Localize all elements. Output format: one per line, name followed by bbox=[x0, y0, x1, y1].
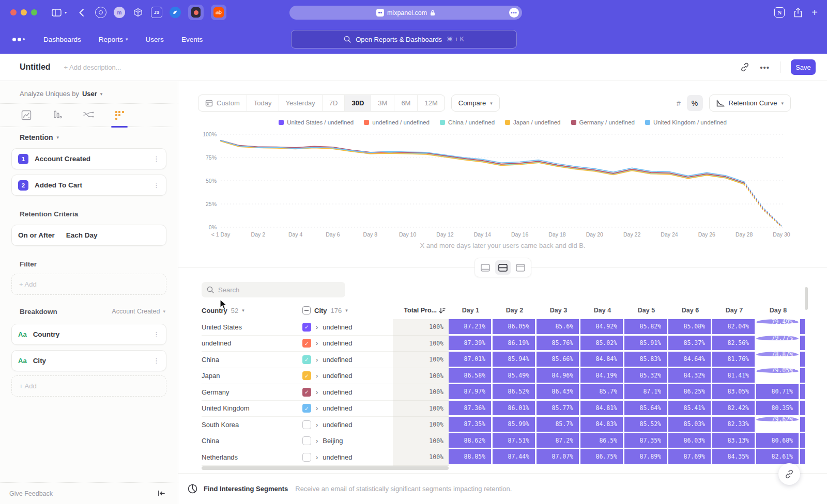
retention-value-cell[interactable]: 80.71% bbox=[756, 384, 800, 401]
range-6m[interactable]: 6M bbox=[394, 95, 418, 111]
retention-value-cell[interactable]: 85.32% bbox=[624, 368, 668, 385]
vertical-scrollbar[interactable] bbox=[805, 287, 808, 310]
retention-value-cell[interactable]: 86.01% bbox=[493, 401, 537, 417]
kebab-menu-icon[interactable]: ⋮ bbox=[153, 155, 160, 163]
event-card-added-to-cart[interactable]: 2 Added To Cart ⋮ bbox=[11, 175, 166, 196]
retention-value-cell[interactable]: 87.35% bbox=[449, 417, 493, 433]
expand-row-icon[interactable]: › bbox=[316, 453, 318, 461]
nav-item-events[interactable]: Events bbox=[181, 36, 203, 43]
country-cell[interactable]: Netherlands bbox=[202, 449, 302, 466]
expand-row-icon[interactable]: › bbox=[316, 388, 318, 396]
retention-value-cell[interactable]: 87.1% bbox=[624, 384, 668, 401]
retention-value-cell[interactable]: 79.62% bbox=[756, 417, 800, 423]
expand-row-icon[interactable]: › bbox=[316, 404, 318, 412]
retention-value-cell[interactable]: 87.2% bbox=[537, 433, 580, 450]
legend-item[interactable]: undefined / undefined bbox=[364, 119, 430, 125]
column-header-day-3[interactable]: Day 3 bbox=[537, 307, 580, 314]
tab-retention[interactable] bbox=[113, 106, 126, 124]
country-cell[interactable]: undefined bbox=[202, 336, 302, 352]
retention-value-cell[interactable]: 87.51% bbox=[493, 433, 537, 450]
retention-value-cell[interactable]: 87.07% bbox=[537, 449, 580, 466]
legend-item[interactable]: Japan / undefined bbox=[505, 119, 560, 125]
retention-value-cell[interactable]: 87.35% bbox=[624, 433, 668, 450]
retention-value-cell[interactable]: 85.76% bbox=[537, 336, 580, 352]
address-bar[interactable]: mixpanel.com ••• bbox=[289, 6, 522, 20]
extension-cube-icon[interactable] bbox=[132, 7, 144, 18]
percent-format-button[interactable]: % bbox=[687, 95, 703, 111]
layout-table-focus-button[interactable] bbox=[513, 260, 528, 275]
add-description[interactable]: + Add description... bbox=[64, 64, 121, 71]
extension-m-icon[interactable]: m bbox=[114, 7, 125, 18]
country-cell[interactable]: China bbox=[202, 352, 302, 368]
retention-value-cell[interactable]: 87.01% bbox=[449, 352, 493, 368]
extension-js-icon[interactable]: JS bbox=[151, 7, 162, 18]
retention-value-cell[interactable]: 85.41% bbox=[668, 401, 712, 417]
retention-value-cell[interactable]: 87.39% bbox=[449, 336, 493, 352]
save-button[interactable]: Save bbox=[791, 59, 816, 75]
column-header-day-1[interactable]: Day 1 bbox=[449, 307, 493, 314]
column-header-day-8[interactable]: Day 8 bbox=[756, 307, 800, 314]
select-all-checkbox[interactable] bbox=[302, 306, 311, 314]
extension-logseq-icon[interactable] bbox=[188, 5, 204, 20]
sidebar-toggle-icon[interactable] bbox=[52, 9, 62, 17]
city-cell[interactable]: ✓›undefined bbox=[302, 401, 393, 417]
retention-value-cell[interactable]: 82.33% bbox=[712, 417, 756, 433]
city-cell[interactable]: ✓›undefined bbox=[302, 352, 393, 368]
retention-value-cell[interactable]: 80.68% bbox=[756, 433, 800, 450]
column-header-day-2[interactable]: Day 2 bbox=[493, 307, 537, 314]
retention-value-cell[interactable]: 84.83% bbox=[580, 417, 624, 433]
add-breakdown-button[interactable]: + Add bbox=[11, 375, 166, 397]
range-custom[interactable]: Custom bbox=[198, 95, 247, 111]
country-cell[interactable]: Germany bbox=[202, 384, 302, 401]
criteria-card[interactable]: On or After Each Day bbox=[11, 225, 166, 246]
retention-value-cell[interactable]: 85.7% bbox=[537, 417, 580, 433]
retention-value-cell[interactable]: 81.76% bbox=[712, 352, 756, 368]
retention-value-cell[interactable]: 83.13% bbox=[712, 433, 756, 450]
retention-value-cell[interactable]: 87.44% bbox=[493, 449, 537, 466]
series-checkbox-checked[interactable]: ✓ bbox=[302, 404, 311, 413]
tab-insights[interactable] bbox=[20, 106, 33, 124]
layout-split-button[interactable] bbox=[495, 260, 511, 275]
chart-type-selector[interactable]: Retention Curve▾ bbox=[709, 94, 791, 112]
legend-item[interactable]: United States / undefined bbox=[279, 119, 354, 125]
minimize-window-button[interactable] bbox=[21, 9, 27, 15]
range-7d[interactable]: 7D bbox=[323, 95, 345, 111]
retention-value-cell[interactable]: 83.05% bbox=[712, 384, 756, 401]
retention-value-cell[interactable]: 87.97% bbox=[449, 384, 493, 401]
horizontal-scrollbar[interactable] bbox=[202, 466, 449, 470]
collapse-sidebar-icon[interactable] bbox=[158, 490, 165, 497]
retention-value-cell[interactable]: 85.82% bbox=[624, 319, 668, 336]
report-title[interactable]: Untitled bbox=[20, 62, 51, 72]
notion-tab-icon[interactable]: N bbox=[774, 7, 785, 18]
series-checkbox-checked[interactable]: ✓ bbox=[302, 355, 311, 364]
retention-value-cell[interactable]: 88.62% bbox=[449, 433, 493, 450]
column-header-city[interactable]: City176▾ bbox=[302, 306, 393, 314]
tab-flows[interactable] bbox=[82, 106, 95, 124]
expand-row-icon[interactable]: › bbox=[316, 437, 318, 445]
series-checkbox-checked[interactable]: ✓ bbox=[302, 339, 311, 348]
retention-value-cell[interactable]: 86.03% bbox=[668, 433, 712, 450]
country-cell[interactable]: United Kingdom bbox=[202, 401, 302, 417]
legend-item[interactable]: Germany / undefined bbox=[571, 119, 635, 125]
retention-value-cell[interactable]: 87.69% bbox=[668, 449, 712, 466]
retention-value-cell[interactable]: 78.87% bbox=[756, 352, 800, 358]
retention-value-cell[interactable]: 84.92% bbox=[580, 319, 624, 336]
kebab-menu-icon[interactable]: ⋮ bbox=[153, 330, 160, 338]
retention-value-cell[interactable]: 85.03% bbox=[668, 417, 712, 433]
retention-value-cell[interactable]: 79.49% bbox=[756, 319, 800, 325]
breakdown-card-city[interactable]: Aa City ⋮ bbox=[11, 350, 166, 371]
breakdown-event-selector[interactable]: Account Created▾ bbox=[112, 308, 165, 315]
kebab-menu-icon[interactable]: ⋮ bbox=[153, 181, 160, 189]
column-header-country[interactable]: Country52▾ bbox=[202, 307, 302, 314]
extension-bird-icon[interactable] bbox=[170, 7, 181, 18]
retention-value-cell[interactable]: 86.43% bbox=[537, 384, 580, 401]
retention-value-cell[interactable]: 85.6% bbox=[537, 319, 580, 336]
range-12m[interactable]: 12M bbox=[418, 95, 444, 111]
retention-value-cell[interactable]: 85.91% bbox=[624, 336, 668, 352]
retention-line-chart[interactable]: 0%25%50%75%100%< 1 DayDay 2Day 4Day 6Day… bbox=[199, 130, 804, 240]
retention-value-cell[interactable]: 85.08% bbox=[668, 319, 712, 336]
retention-value-cell[interactable]: 84.19% bbox=[580, 368, 624, 385]
address-more-icon[interactable]: ••• bbox=[509, 8, 519, 18]
find-segments-title[interactable]: Find Interesting Segments bbox=[204, 485, 288, 493]
table-search-input[interactable] bbox=[218, 286, 332, 294]
